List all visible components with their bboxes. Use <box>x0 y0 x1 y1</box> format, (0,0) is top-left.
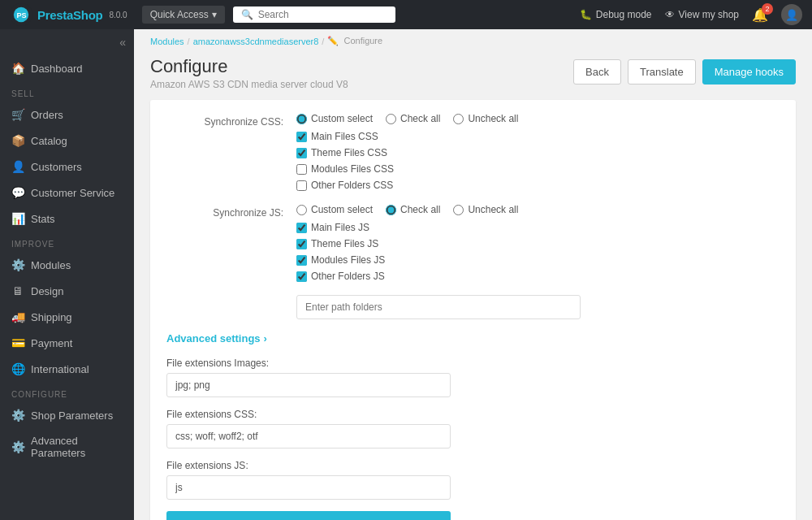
file-ext-js-input[interactable] <box>166 475 451 500</box>
sidebar-item-advanced-parameters[interactable]: ⚙️ Advanced Parameters <box>0 428 134 466</box>
view-my-shop-link[interactable]: 👁 View my shop <box>665 9 739 20</box>
sidebar-item-label: Customers <box>31 161 82 173</box>
logo[interactable]: PS PrestaShop 8.0.0 <box>10 3 127 26</box>
sidebar-item-international[interactable]: 🌐 International <box>0 356 134 382</box>
js-custom-select-option[interactable]: Custom select <box>296 204 373 215</box>
chevron-right-icon: › <box>264 332 267 344</box>
sidebar-item-shop-parameters[interactable]: ⚙️ Shop Parameters <box>0 402 134 428</box>
sidebar-item-label: Orders <box>31 109 63 121</box>
main-files-css-option[interactable]: Main Files CSS <box>296 131 780 142</box>
sidebar-item-modules[interactable]: ⚙️ Modules <box>0 252 134 278</box>
breadcrumb-configure: ✏️ Configure <box>327 36 382 46</box>
file-ext-css-group: File extensions CSS: <box>166 409 780 448</box>
other-folders-js-checkbox[interactable] <box>296 271 307 282</box>
modules-files-css-option[interactable]: Modules Files CSS <box>296 163 780 175</box>
manage-hooks-button[interactable]: Manage hooks <box>702 59 796 84</box>
js-uncheck-all-option[interactable]: Uncheck all <box>453 204 518 215</box>
file-ext-images-input[interactable] <box>166 373 451 397</box>
chevron-down-icon: ▾ <box>212 9 217 20</box>
path-folders-row <box>166 295 780 319</box>
translate-button[interactable]: Translate <box>628 59 696 84</box>
other-folders-css-option[interactable]: Other Folders CSS <box>296 180 780 191</box>
eye-icon: 👁 <box>665 9 675 20</box>
main-files-js-option[interactable]: Main Files JS <box>296 222 780 233</box>
modules-files-js-checkbox[interactable] <box>296 255 307 266</box>
sidebar-item-customer-service[interactable]: 💬 Customer Service <box>0 180 134 206</box>
theme-files-js-option[interactable]: Theme Files JS <box>296 238 780 249</box>
css-custom-select-option[interactable]: Custom select <box>296 113 373 124</box>
theme-files-js-checkbox[interactable] <box>296 239 307 249</box>
modules-files-css-checkbox[interactable] <box>296 164 307 175</box>
sync-css-label: Synchronize CSS: <box>166 113 296 128</box>
sidebar-item-label: Dashboard <box>31 63 83 75</box>
customers-icon: 👤 <box>11 160 24 173</box>
breadcrumb-module-name[interactable]: amazonawss3cdnmediaserver8 <box>193 37 319 46</box>
theme-files-css-checkbox[interactable] <box>296 148 307 158</box>
breadcrumb: Modules / amazonawss3cdnmediaserver8 / ✏… <box>134 29 812 53</box>
sidebar-item-label: Payment <box>31 337 72 349</box>
file-ext-css-label: File extensions CSS: <box>166 409 780 420</box>
main-files-js-checkbox[interactable] <box>296 223 307 233</box>
sidebar-toggle[interactable]: « <box>0 29 134 55</box>
css-uncheck-all-radio[interactable] <box>453 114 464 124</box>
js-custom-select-radio[interactable] <box>296 205 307 215</box>
breadcrumb-sep-2: / <box>322 37 324 46</box>
form-area: Synchronize CSS: Custom select Check all <box>150 100 796 520</box>
file-ext-images-label: File extensions Images: <box>166 358 780 369</box>
configure-icon: ✏️ <box>327 36 339 46</box>
sidebar-item-orders[interactable]: 🛒 Orders <box>0 102 134 128</box>
sidebar-item-catalog[interactable]: 📦 Catalog <box>0 128 134 154</box>
modules-files-js-option[interactable]: Modules Files JS <box>296 254 780 266</box>
avatar[interactable]: 👤 <box>781 4 802 25</box>
js-uncheck-all-radio[interactable] <box>453 205 464 215</box>
css-check-all-radio[interactable] <box>386 114 396 124</box>
logo-text: PrestaShop <box>37 8 102 22</box>
sidebar-item-label: Customer Service <box>31 187 114 199</box>
sidebar-item-label: Advanced Parameters <box>31 435 123 459</box>
sidebar-item-dashboard[interactable]: 🏠 Dashboard <box>0 55 134 81</box>
js-check-all-option[interactable]: Check all <box>386 204 440 215</box>
back-button[interactable]: Back <box>573 59 621 84</box>
other-folders-css-checkbox[interactable] <box>296 180 307 191</box>
debug-mode-link[interactable]: 🐛 Debug mode <box>580 9 652 20</box>
advanced-settings-link[interactable]: Advanced settings › <box>166 332 780 344</box>
css-uncheck-all-option[interactable]: Uncheck all <box>453 113 518 124</box>
sidebar-item-stats[interactable]: 📊 Stats <box>0 206 134 232</box>
search-icon: 🔍 <box>241 9 253 20</box>
quick-access-button[interactable]: Quick Access ▾ <box>142 6 225 24</box>
save-changes-button[interactable]: SAVE CHANGES <box>166 511 451 520</box>
bug-icon: 🐛 <box>580 9 592 20</box>
path-folders-label <box>166 295 296 298</box>
sync-js-control: Custom select Check all Uncheck all <box>296 204 780 282</box>
css-check-all-option[interactable]: Check all <box>386 113 440 124</box>
theme-files-css-option[interactable]: Theme Files CSS <box>296 147 780 158</box>
sidebar-section-sell: SELL <box>0 81 134 102</box>
sidebar: « 🏠 Dashboard SELL 🛒 Orders 📦 Catalog 👤 … <box>0 29 134 520</box>
customer-service-icon: 💬 <box>11 186 24 199</box>
css-custom-select-radio[interactable] <box>296 114 307 124</box>
main-files-css-checkbox[interactable] <box>296 132 307 142</box>
collapse-sidebar-button[interactable]: « <box>119 36 126 49</box>
breadcrumb-modules[interactable]: Modules <box>150 37 184 46</box>
design-icon: 🖥 <box>11 284 24 297</box>
logo-icon: PS <box>10 3 32 26</box>
page-title-block: Configure Amazon AWS S3 CDN media server… <box>150 56 348 90</box>
sidebar-item-shipping[interactable]: 🚚 Shipping <box>0 304 134 330</box>
sidebar-item-payment[interactable]: 💳 Payment <box>0 330 134 356</box>
sidebar-item-customers[interactable]: 👤 Customers <box>0 154 134 180</box>
sidebar-item-label: Design <box>31 285 63 297</box>
search-input[interactable] <box>258 9 387 20</box>
advanced-params-icon: ⚙️ <box>11 440 24 453</box>
file-ext-js-group: File extensions JS: <box>166 460 780 500</box>
js-radio-group: Custom select Check all Uncheck all <box>296 204 780 215</box>
page-title: Configure <box>150 56 348 77</box>
sidebar-item-label: International <box>31 363 89 375</box>
other-folders-js-option[interactable]: Other Folders JS <box>296 271 780 282</box>
notifications-icon[interactable]: 🔔 2 <box>752 7 768 23</box>
js-check-all-radio[interactable] <box>386 205 396 215</box>
search-box[interactable]: 🔍 <box>233 6 395 23</box>
file-ext-css-input[interactable] <box>166 424 451 448</box>
header-actions: Back Translate Manage hooks <box>573 59 796 84</box>
path-folders-input[interactable] <box>296 295 581 319</box>
sidebar-item-design[interactable]: 🖥 Design <box>0 278 134 304</box>
